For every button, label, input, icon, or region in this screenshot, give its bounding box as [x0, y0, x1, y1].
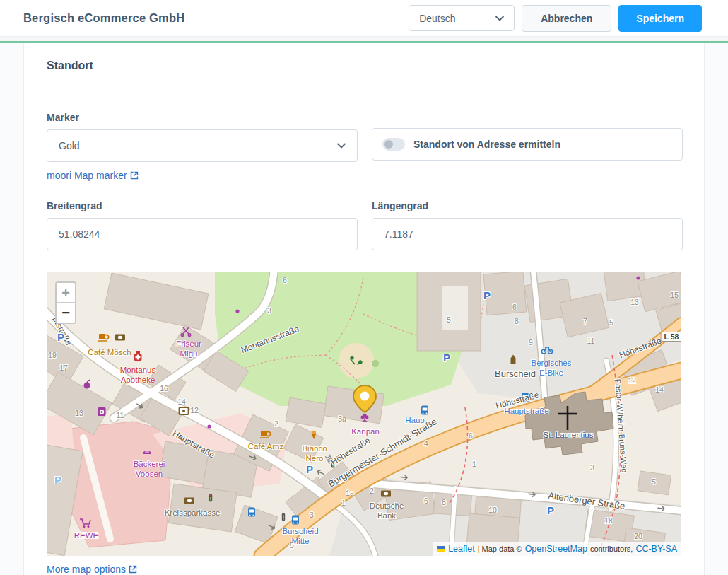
- more-map-options-label: More map options: [47, 564, 126, 575]
- bus-icon: [421, 406, 428, 415]
- geocode-toggle-label: Standort von Adresse ermitteln: [413, 139, 560, 150]
- money-icon: [115, 335, 125, 341]
- toggle-knob: [384, 140, 393, 149]
- bus-icon: [248, 508, 255, 517]
- latitude-label: Breitengrad: [47, 200, 358, 211]
- map-canvas[interactable]: MontanusstraßeptstraßeHauptstraßeHöhestr…: [47, 272, 681, 556]
- atm-icon: [184, 498, 194, 504]
- longitude-field[interactable]: [372, 218, 683, 250]
- standort-card: Standort Marker Gold moori Map marker: [23, 43, 705, 575]
- latitude-field[interactable]: [47, 218, 358, 250]
- atm-icon: [381, 491, 391, 497]
- longitude-label: Längengrad: [372, 200, 683, 211]
- page-title: Bergisch eCommerce GmbH: [23, 11, 184, 25]
- marker-docs-link[interactable]: moori Map marker: [47, 170, 139, 181]
- zoom-out-button[interactable]: −: [57, 303, 75, 323]
- standort-form: Marker Gold moori Map marker Standort vo…: [24, 86, 704, 575]
- map-zoom-control: + −: [55, 281, 76, 324]
- chevron-down-icon: [337, 143, 346, 149]
- osm-link[interactable]: OpenStreetMap: [525, 544, 587, 554]
- attribution-text: | Map data ©: [478, 545, 522, 553]
- geocode-toggle[interactable]: [382, 138, 405, 151]
- bus-icon: [522, 393, 529, 402]
- header: Bergisch eCommerce GmbH Deutsch Abbreche…: [0, 0, 728, 37]
- chevron-down-icon: [495, 16, 504, 21]
- map-attribution: Leaflet | Map data © OpenStreetMap contr…: [433, 542, 681, 556]
- laundry-icon: [98, 407, 106, 416]
- map-graphics: [47, 272, 681, 556]
- external-link-icon: [129, 565, 137, 574]
- cancel-button[interactable]: Abbrechen: [522, 5, 611, 32]
- section-title: Standort: [24, 43, 704, 86]
- save-button[interactable]: Speichern: [618, 5, 702, 32]
- header-actions: Deutsch Abbrechen Speichern: [409, 5, 702, 32]
- language-select-value: Deutsch: [419, 13, 455, 24]
- zoom-in-button[interactable]: +: [57, 283, 75, 303]
- marker-label: Marker: [47, 112, 358, 123]
- tree-icon: [372, 360, 379, 367]
- geocode-toggle-box: Standort von Adresse ermitteln: [372, 128, 683, 161]
- marker-docs-link-label: moori Map marker: [47, 170, 127, 181]
- ukraine-flag-icon: [437, 546, 445, 552]
- license-link[interactable]: CC-BY-SA: [635, 544, 677, 554]
- external-link-icon: [130, 171, 139, 180]
- leaflet-link[interactable]: Leaflet: [448, 544, 475, 554]
- language-select[interactable]: Deutsch: [409, 5, 515, 31]
- marker-select-value: Gold: [59, 140, 80, 151]
- more-map-options-link[interactable]: More map options: [47, 564, 137, 575]
- bus-icon: [292, 516, 299, 525]
- attribution-text: contributors,: [590, 545, 633, 553]
- marker-select[interactable]: Gold: [47, 129, 358, 162]
